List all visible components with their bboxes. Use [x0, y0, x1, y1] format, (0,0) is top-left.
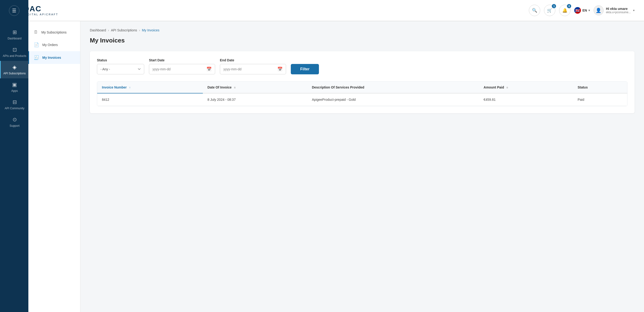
- sidebar-item-api-subscriptions-label: API Subscriptions: [3, 72, 26, 75]
- user-chevron-icon: ▾: [633, 9, 634, 12]
- invoices-card: Status - Any - Start Date 📅 End Date: [90, 51, 634, 113]
- language-selector[interactable]: 🇬🇧 EN ▾: [574, 7, 590, 14]
- breadcrumb-sep-1: ›: [108, 28, 109, 32]
- col-status: Status: [573, 82, 627, 93]
- filter-end-date-group: End Date 📅: [220, 58, 286, 74]
- end-date-input-wrapper: 📅: [220, 64, 286, 74]
- end-date-label: End Date: [220, 58, 286, 62]
- header: ☰ DAC DIGITAL APICRAFT 🔍 🛒 1 🔔 0 🇬🇧 EN ▾…: [0, 0, 644, 21]
- sub-sidebar-my-invoices-label: My Invoices: [42, 56, 61, 59]
- user-email: ekta.u+pconsume...: [606, 11, 631, 14]
- start-date-calendar-icon[interactable]: 📅: [206, 67, 212, 72]
- notifications-icon: 🔔: [562, 8, 568, 13]
- sidebar-item-apis[interactable]: ⊡ APIs and Products: [0, 43, 28, 61]
- flag-icon: 🇬🇧: [574, 7, 581, 14]
- breadcrumb-my-invoices: My Invoices: [142, 28, 159, 32]
- table-body: 8412 8 July 2024 - 08:37 ApigeeProduct-p…: [97, 93, 627, 106]
- dashboard-icon: ⊞: [12, 29, 17, 35]
- cell-status: Paid: [573, 93, 627, 106]
- col-status-label: Status: [578, 85, 588, 89]
- logo: DAC DIGITAL APICRAFT: [24, 5, 58, 16]
- sub-sidebar-my-orders-label: My Orders: [42, 43, 58, 47]
- logo-text: DAC: [24, 5, 58, 12]
- col-date-of-invoice[interactable]: Date Of Invoice ≡: [203, 82, 307, 93]
- user-text: Hi ekta umare ekta.u+pconsume...: [606, 7, 631, 14]
- table-row[interactable]: 8412 8 July 2024 - 08:37 ApigeeProduct-p…: [97, 93, 627, 106]
- search-button[interactable]: 🔍: [529, 5, 540, 16]
- sidebar: ⊞ Dashboard ⊡ APIs and Products ◈ API Su…: [0, 21, 28, 312]
- col-amount-paid[interactable]: Amount Paid ≡: [479, 82, 573, 93]
- date-filter-icon[interactable]: ≡: [234, 86, 236, 89]
- cell-invoice-number: 8412: [97, 93, 203, 106]
- col-description-label: Description Of Services Provided: [312, 85, 364, 89]
- my-invoices-icon: 🧾: [34, 55, 39, 60]
- cart-icon: 🛒: [547, 8, 552, 13]
- breadcrumb-sep-2: ›: [139, 28, 140, 32]
- lang-chevron-icon: ▾: [588, 9, 590, 12]
- col-invoice-number-label: Invoice Number: [102, 85, 127, 89]
- my-subscriptions-icon: 🗓: [34, 30, 38, 35]
- col-invoice-number[interactable]: Invoice Number ↑: [97, 82, 203, 93]
- user-menu[interactable]: 👤 Hi ekta umare ekta.u+pconsume... ▾: [594, 5, 634, 15]
- main-layout: ⊞ Dashboard ⊡ APIs and Products ◈ API Su…: [0, 21, 644, 312]
- filter-button[interactable]: Filter: [291, 64, 319, 74]
- sidebar-item-apis-label: APIs and Products: [3, 54, 26, 58]
- amount-filter-icon[interactable]: ≡: [506, 86, 508, 89]
- cell-description: ApigeeProduct-prepaid - Gold: [307, 93, 479, 106]
- start-date-input-wrapper: 📅: [149, 64, 215, 74]
- user-avatar: 👤: [594, 5, 604, 15]
- invoices-table-wrapper: Invoice Number ↑ Date Of Invoice ≡ Descr…: [97, 81, 628, 106]
- start-date-label: Start Date: [149, 58, 215, 62]
- notifications-badge: 0: [567, 4, 571, 8]
- breadcrumb-api-subscriptions[interactable]: API Subscriptions: [111, 28, 137, 32]
- lang-label: EN: [582, 8, 587, 12]
- main-content: Dashboard › API Subscriptions › My Invoi…: [80, 21, 644, 312]
- status-select[interactable]: - Any -: [97, 64, 144, 74]
- cart-badge: 1: [552, 4, 556, 8]
- sub-sidebar-item-my-orders[interactable]: 📄 My Orders: [28, 38, 80, 51]
- sidebar-item-apps[interactable]: ▣ Apps: [0, 78, 28, 96]
- sidebar-toggle-header[interactable]: ☰: [0, 0, 28, 21]
- search-icon: 🔍: [532, 8, 537, 13]
- notifications-button[interactable]: 🔔 0: [559, 5, 570, 16]
- user-greeting: Hi ekta umare: [606, 7, 631, 11]
- end-date-calendar-icon[interactable]: 📅: [277, 67, 282, 72]
- sidebar-item-dashboard[interactable]: ⊞ Dashboard: [0, 26, 28, 43]
- status-label: Status: [97, 58, 144, 62]
- filter-status-group: Status - Any -: [97, 58, 144, 74]
- api-subscriptions-icon: ◈: [12, 64, 16, 70]
- support-icon: ⊙: [12, 117, 17, 123]
- end-date-input[interactable]: [224, 67, 277, 71]
- header-right: 🔍 🛒 1 🔔 0 🇬🇧 EN ▾ 👤 Hi ekta umare ekta.u…: [529, 5, 634, 16]
- sub-sidebar-item-my-subscriptions[interactable]: 🗓 My Subscriptions: [28, 26, 80, 38]
- sub-sidebar: 🗓 My Subscriptions 📄 My Orders 🧾 My Invo…: [28, 21, 80, 312]
- sub-sidebar-item-my-invoices[interactable]: 🧾 My Invoices: [28, 51, 80, 64]
- sidebar-item-api-community[interactable]: ⊟ API Community: [0, 96, 28, 113]
- logo-sub: DIGITAL APICRAFT: [24, 13, 58, 16]
- invoice-number-sort-icon: ↑: [129, 86, 130, 89]
- my-orders-icon: 📄: [34, 42, 39, 47]
- sidebar-item-apps-label: Apps: [11, 89, 18, 93]
- sidebar-item-api-subscriptions[interactable]: ◈ API Subscriptions: [0, 61, 28, 78]
- filter-row: Status - Any - Start Date 📅 End Date: [97, 58, 628, 74]
- apps-icon: ▣: [12, 82, 17, 88]
- invoices-table: Invoice Number ↑ Date Of Invoice ≡ Descr…: [97, 82, 627, 106]
- breadcrumb: Dashboard › API Subscriptions › My Invoi…: [90, 28, 634, 32]
- col-date-of-invoice-label: Date Of Invoice: [208, 85, 232, 89]
- api-community-icon: ⊟: [12, 99, 17, 105]
- breadcrumb-dashboard[interactable]: Dashboard: [90, 28, 106, 32]
- sidebar-item-support[interactable]: ⊙ Support: [0, 113, 28, 131]
- apis-icon: ⊡: [12, 47, 17, 53]
- start-date-input[interactable]: [152, 67, 206, 71]
- page-title: My Invoices: [90, 37, 634, 44]
- filter-start-date-group: Start Date 📅: [149, 58, 215, 74]
- cell-date-of-invoice: 8 July 2024 - 08:37: [203, 93, 307, 106]
- hamburger-icon[interactable]: ☰: [9, 5, 20, 16]
- col-amount-paid-label: Amount Paid: [484, 85, 504, 89]
- sub-sidebar-my-subscriptions-label: My Subscriptions: [41, 30, 67, 34]
- table-header: Invoice Number ↑ Date Of Invoice ≡ Descr…: [97, 82, 627, 93]
- sidebar-item-dashboard-label: Dashboard: [8, 37, 22, 40]
- cell-amount-paid: €459.81: [479, 93, 573, 106]
- sidebar-item-api-community-label: API Community: [5, 107, 24, 110]
- cart-button[interactable]: 🛒 1: [544, 5, 555, 16]
